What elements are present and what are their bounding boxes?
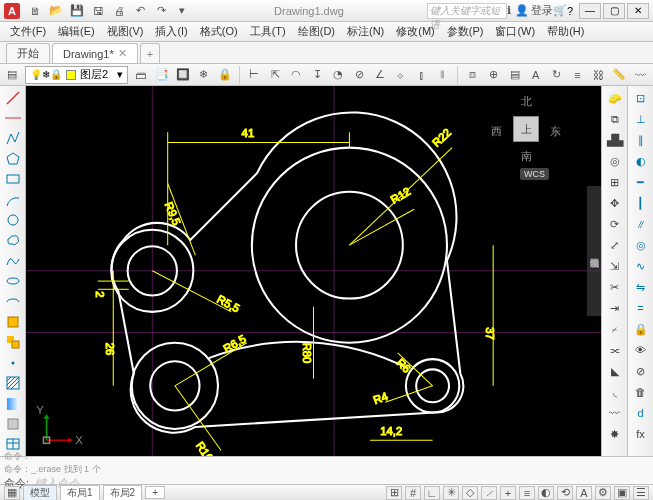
tab-layout2[interactable]: 布局2: [103, 485, 143, 501]
constraint-colinear-icon[interactable]: ⫽: [630, 214, 652, 234]
constraint-parallel-icon[interactable]: ∥: [630, 130, 652, 150]
break-tool[interactable]: ⌿: [604, 319, 626, 339]
clean-screen-icon[interactable]: ▣: [614, 486, 630, 500]
help-icon[interactable]: ?: [567, 5, 573, 17]
saveas-icon[interactable]: 🖫: [89, 2, 107, 20]
constraint-bar-icon[interactable]: ⛓: [590, 65, 607, 85]
param-mgr-icon[interactable]: fx: [630, 424, 652, 444]
print-icon[interactable]: 🖨: [110, 2, 128, 20]
constraint-concentric-icon[interactable]: ◎: [630, 235, 652, 255]
drawing-canvas[interactable]: 41 R22 R12 R9,5 R5,5 R6,5 R10 R80 R6 R4: [26, 86, 601, 456]
chamfer-tool[interactable]: ◣: [604, 361, 626, 381]
tab-add-layout[interactable]: +: [145, 486, 165, 499]
polygon-tool[interactable]: [2, 149, 24, 168]
dim-update-icon[interactable]: ↻: [548, 65, 565, 85]
menu-dim[interactable]: 标注(N): [341, 22, 390, 41]
layer-dropdown[interactable]: 💡❄🔒图层2▾: [25, 66, 128, 84]
menu-param[interactable]: 参数(P): [441, 22, 490, 41]
command-line[interactable]: 命令： 命令：_.erase 找到 1 个 命令: 键入命令: [0, 456, 653, 484]
polar-mode-icon[interactable]: ✳: [443, 486, 459, 500]
menu-insert[interactable]: 插入(I): [149, 22, 193, 41]
undo-icon[interactable]: ↶: [131, 2, 149, 20]
lineweight-toggle-icon[interactable]: ≡: [519, 486, 535, 500]
cycling-icon[interactable]: ⟲: [557, 486, 573, 500]
line-tool[interactable]: [2, 88, 24, 107]
redo-icon[interactable]: ↷: [152, 2, 170, 20]
constraint-hide-icon[interactable]: ⊘: [630, 361, 652, 381]
layer-off-icon[interactable]: 🔲: [174, 65, 191, 85]
region-tool[interactable]: [2, 414, 24, 433]
ellipse-tool[interactable]: [2, 272, 24, 291]
rotate-tool[interactable]: ⟳: [604, 214, 626, 234]
open-icon[interactable]: 📂: [47, 2, 65, 20]
constraint-del-icon[interactable]: 🗑: [630, 382, 652, 402]
point-tool[interactable]: [2, 353, 24, 372]
trim-tool[interactable]: ✂: [604, 277, 626, 297]
app-logo[interactable]: A: [4, 3, 20, 19]
customize-icon[interactable]: ☰: [633, 486, 649, 500]
layout-grid-icon[interactable]: ▦: [4, 486, 20, 500]
dim-text-edit-icon[interactable]: A: [527, 65, 544, 85]
wave-icon[interactable]: 〰: [632, 65, 649, 85]
constraint-tangent-icon[interactable]: ◐: [630, 151, 652, 171]
xline-tool[interactable]: [2, 108, 24, 127]
layer-iso-icon[interactable]: 📑: [153, 65, 170, 85]
fillet-tool[interactable]: ◟: [604, 382, 626, 402]
dim-continue-icon[interactable]: ⫴: [434, 65, 451, 85]
layer-manager-icon[interactable]: ▤: [4, 65, 21, 85]
close-button[interactable]: ✕: [627, 3, 649, 19]
dim-angular-icon[interactable]: ∠: [372, 65, 389, 85]
menu-file[interactable]: 文件(F): [4, 22, 52, 41]
measure-icon[interactable]: 📏: [611, 65, 628, 85]
annoscale-icon[interactable]: A: [576, 486, 592, 500]
dim-aligned-icon[interactable]: ⇱: [267, 65, 284, 85]
menu-format[interactable]: 格式(O): [194, 22, 244, 41]
otrack-mode-icon[interactable]: ⟋: [481, 486, 497, 500]
polyline-tool[interactable]: [2, 129, 24, 148]
rectangle-tool[interactable]: [2, 170, 24, 189]
info-icon[interactable]: ℹ: [507, 4, 511, 17]
join-tool[interactable]: ⫘: [604, 340, 626, 360]
mirror-tool[interactable]: ▟▙: [604, 130, 626, 150]
constraint-equal-icon[interactable]: =: [630, 298, 652, 318]
constraint-fix-icon[interactable]: 🔒: [630, 319, 652, 339]
menu-draw[interactable]: 绘图(D): [292, 22, 341, 41]
dim-constraint-icon[interactable]: d: [630, 403, 652, 423]
hatch-tool[interactable]: [2, 373, 24, 392]
layer-states-icon[interactable]: 🗃: [132, 65, 149, 85]
dim-baseline-icon[interactable]: ⫿: [413, 65, 430, 85]
layer-lock-icon[interactable]: 🔒: [216, 65, 233, 85]
new-icon[interactable]: 🗎: [26, 2, 44, 20]
ortho-mode-icon[interactable]: ∟: [424, 486, 440, 500]
dim-ordinate-icon[interactable]: ↧: [309, 65, 326, 85]
dim-arc-icon[interactable]: ◠: [288, 65, 305, 85]
maximize-button[interactable]: ▢: [603, 3, 625, 19]
dim-quick-icon[interactable]: ⟐: [393, 65, 410, 85]
move-tool[interactable]: ✥: [604, 193, 626, 213]
tab-drawing1[interactable]: Drawing1*✕: [52, 43, 138, 63]
tab-add[interactable]: +: [140, 43, 160, 63]
menu-modify[interactable]: 修改(M): [390, 22, 441, 41]
constraint-coincident-icon[interactable]: ⊡: [630, 88, 652, 108]
dropdown-icon[interactable]: ▾: [173, 2, 191, 20]
workspace-icon[interactable]: ⚙: [595, 486, 611, 500]
view-cube[interactable]: 北 南 东 西 上: [491, 94, 561, 164]
transparency-icon[interactable]: ◐: [538, 486, 554, 500]
blend-tool[interactable]: 〰: [604, 403, 626, 423]
dim-linear-icon[interactable]: ⊢: [246, 65, 263, 85]
view-cube-top[interactable]: 上: [513, 116, 539, 142]
array-tool[interactable]: ⊞: [604, 172, 626, 192]
tab-model[interactable]: 模型: [23, 485, 57, 501]
search-input[interactable]: 键入关键字或短语: [427, 3, 507, 19]
copy-tool[interactable]: ⧉: [604, 109, 626, 129]
tab-layout1[interactable]: 布局1: [60, 485, 100, 501]
revcloud-tool[interactable]: [2, 231, 24, 250]
menu-window[interactable]: 窗口(W): [489, 22, 541, 41]
tab-close-icon[interactable]: ✕: [118, 47, 127, 60]
layer-freeze-icon[interactable]: ❄: [195, 65, 212, 85]
side-panel-handle[interactable]: 增强属性编辑器: [587, 186, 601, 316]
offset-tool[interactable]: ◎: [604, 151, 626, 171]
grid-mode-icon[interactable]: #: [405, 486, 421, 500]
constraint-smooth-icon[interactable]: ∿: [630, 256, 652, 276]
constraint-horiz-icon[interactable]: ━: [630, 172, 652, 192]
